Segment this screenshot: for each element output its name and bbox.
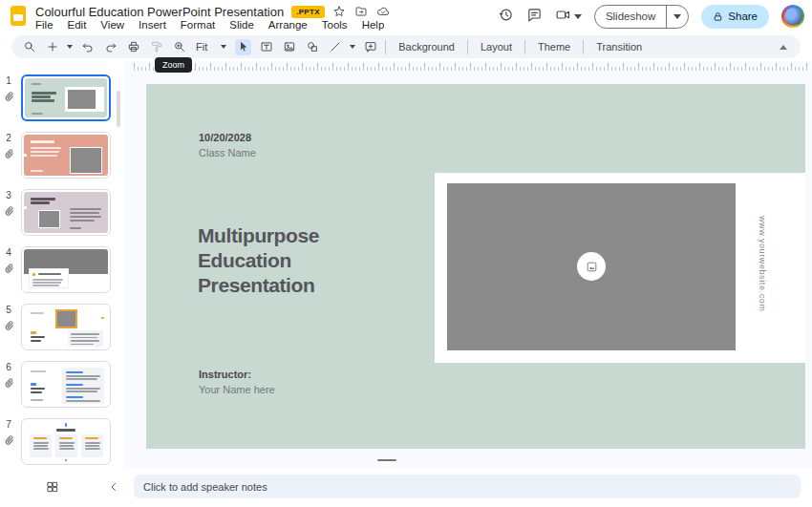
menu-item-file[interactable]: File	[35, 19, 53, 31]
meet-camera-button[interactable]	[555, 7, 582, 27]
slide-number: 1	[0, 75, 17, 86]
insert-image-icon[interactable]	[281, 39, 297, 55]
hide-menus-icon[interactable]	[775, 39, 791, 55]
account-avatar[interactable]	[781, 5, 804, 28]
new-slide-caret-icon[interactable]	[67, 45, 73, 49]
insert-shape-icon[interactable]	[304, 39, 320, 55]
slide-thumbnail-2[interactable]	[21, 132, 111, 179]
slide-editor[interactable]: 10/20/2028 Class Name Multipurpose Educa…	[146, 84, 805, 449]
print-icon[interactable]	[125, 39, 141, 55]
background-button[interactable]: Background	[393, 41, 460, 53]
paperclip-icon	[1, 144, 18, 161]
slideshow-button[interactable]: Slideshow	[595, 6, 667, 28]
share-button[interactable]: Share	[701, 5, 769, 29]
text-box-icon[interactable]	[258, 39, 274, 55]
move-folder-icon[interactable]	[354, 5, 369, 19]
paperclip-icon	[1, 259, 18, 276]
paperclip-icon	[1, 201, 18, 219]
menu-item-help[interactable]: Help	[362, 19, 385, 31]
camera-caret-icon[interactable]	[574, 14, 582, 19]
speaker-notes-placeholder: Click to add speaker notes	[143, 481, 267, 493]
theme-button[interactable]: Theme	[532, 41, 576, 53]
star-icon[interactable]	[332, 5, 347, 19]
filmstrip-item-4: 4	[0, 246, 124, 294]
slide-number: 6	[0, 362, 17, 372]
zoom-fit-value: Fit	[196, 41, 207, 53]
slide-thumbnail-4[interactable]	[21, 246, 111, 293]
filmstrip-item-7: 7	[0, 418, 124, 466]
document-title[interactable]: Colourful Education PowerPoint Presentat…	[35, 5, 284, 19]
menu-item-format[interactable]: Format	[181, 19, 215, 31]
insert-line-icon[interactable]	[327, 39, 343, 55]
slide-image-card[interactable]: www.yourwebsite.com	[435, 173, 805, 363]
new-slide-icon[interactable]	[44, 39, 60, 55]
menu-item-edit[interactable]: Edit	[68, 19, 87, 31]
menu-item-slide[interactable]: Slide	[229, 19, 254, 31]
paint-format-icon[interactable]	[148, 39, 164, 55]
slide-class-name-text[interactable]: Class Name	[199, 147, 256, 158]
slide-number: 3	[0, 190, 17, 201]
horizontal-scrollbar[interactable]	[377, 459, 396, 461]
collapse-filmstrip-icon[interactable]	[107, 480, 121, 495]
paperclip-icon	[1, 87, 18, 104]
cloud-status-icon[interactable]	[376, 5, 391, 19]
menu-item-arrange[interactable]: Arrange	[268, 19, 308, 31]
paperclip-icon	[1, 431, 18, 448]
undo-icon[interactable]	[79, 39, 96, 55]
insert-comment-icon[interactable]	[362, 39, 378, 55]
filmstrip-item-3: 3	[0, 189, 124, 237]
slide-thumbnail-1[interactable]	[21, 74, 111, 121]
horizontal-ruler	[134, 63, 807, 71]
layout-button[interactable]: Layout	[475, 41, 518, 53]
lock-icon	[713, 11, 723, 22]
image-placeholder-badge	[577, 252, 606, 281]
zoom-fit-select[interactable]: Fit	[194, 41, 228, 53]
menubar: FileEditViewInsertFormatSlideArrangeTool…	[35, 19, 384, 31]
select-tool-icon[interactable]	[235, 39, 251, 55]
file-format-badge: .PPTX	[291, 6, 325, 18]
slide-date-text[interactable]: 10/20/2028	[199, 132, 251, 143]
version-history-icon[interactable]	[498, 7, 514, 27]
filmstrip-item-1: 1	[0, 74, 124, 122]
filmstrip-item-5: 5	[0, 304, 124, 351]
slide-thumbnail-3[interactable]	[21, 189, 111, 236]
toolbar-divider	[524, 40, 525, 54]
filmstrip-panel: 1 2	[0, 62, 124, 468]
comments-icon[interactable]	[526, 7, 543, 27]
google-slides-window: Colourful Education PowerPoint Presentat…	[0, 0, 812, 507]
slide-title-text[interactable]: Multipurpose Education Presentation	[198, 223, 319, 298]
zoom-icon[interactable]	[171, 39, 187, 55]
slides-logo[interactable]	[11, 6, 26, 26]
filmstrip-scrollbar[interactable]	[117, 91, 120, 127]
slideshow-dropdown[interactable]	[667, 6, 688, 28]
line-caret-icon[interactable]	[350, 45, 355, 49]
search-menus-icon[interactable]	[21, 39, 37, 55]
menu-item-insert[interactable]: Insert	[139, 19, 166, 31]
slide-thumbnail-5[interactable]	[21, 304, 111, 350]
slide-number: 7	[0, 419, 17, 430]
image-placeholder[interactable]	[447, 183, 736, 350]
zoom-tooltip: Zoom	[155, 57, 192, 73]
transition-button[interactable]: Transition	[590, 41, 648, 53]
filmstrip-item-6: 6	[0, 361, 124, 409]
menu-item-tools[interactable]: Tools	[322, 19, 348, 31]
slide-number: 5	[0, 305, 17, 315]
grid-view-icon[interactable]	[46, 480, 60, 495]
footer-bar: Click to add speaker notes	[0, 468, 812, 507]
slide-website-text[interactable]: www.yourwebsite.com	[758, 216, 767, 311]
filmstrip-item-2: 2	[0, 132, 124, 180]
menu-item-view[interactable]: View	[100, 19, 124, 31]
toolbar-divider	[467, 40, 468, 54]
zoom-fit-caret-icon	[221, 45, 226, 49]
slide-thumbnail-6[interactable]	[21, 361, 111, 408]
toolbar-divider	[583, 40, 584, 54]
speaker-notes-input[interactable]: Click to add speaker notes	[134, 475, 801, 498]
titlebar: Colourful Education PowerPoint Presentat…	[0, 0, 812, 32]
share-label: Share	[728, 11, 758, 22]
paperclip-icon	[1, 373, 18, 391]
slide-thumbnail-7[interactable]	[21, 418, 111, 465]
slide-instructor-label[interactable]: Instructor:	[199, 369, 251, 380]
slideshow-split-button: Slideshow	[594, 5, 689, 29]
slide-instructor-name[interactable]: Your Name here	[199, 384, 275, 395]
redo-icon[interactable]	[102, 39, 118, 55]
